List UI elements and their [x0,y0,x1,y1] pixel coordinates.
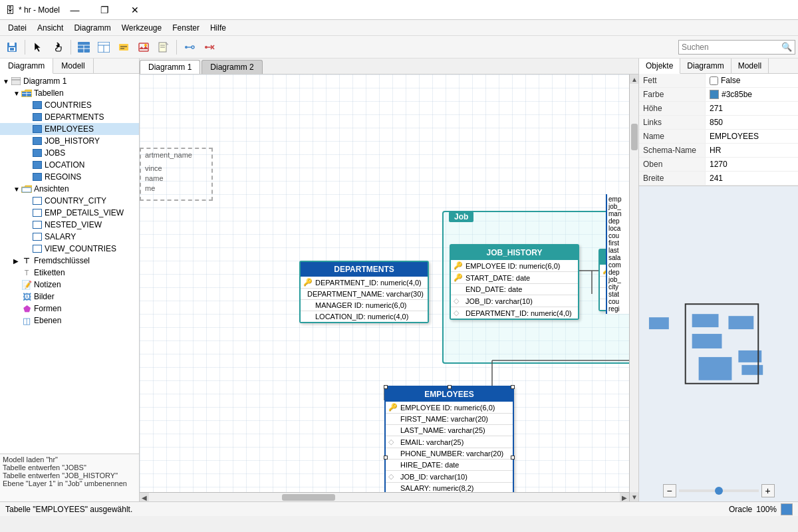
scroll-left-arrow[interactable]: ◀ [140,493,149,501]
resize-tl[interactable] [384,385,388,389]
sep3 [176,40,177,55]
vscroll-thumb[interactable] [631,124,638,150]
tree-countries[interactable]: COUNTRIES [0,99,139,111]
tree-diagram1[interactable]: ▼ Diagramm 1 [0,75,139,87]
add-view-button[interactable] [94,38,113,57]
tree-jobs[interactable]: JOBS [0,147,139,159]
hscroll-track[interactable] [149,493,620,501]
tree-nested-view[interactable]: NESTED_VIEW [0,219,139,231]
tree-departments[interactable]: DEPARTMENTS [0,111,139,123]
pk-icon-jh2: 🔑 [454,273,463,282]
tab-diagramm-right[interactable]: Diagramm [680,59,731,73]
zoom-slider-track[interactable] [679,489,759,492]
tabellen-label: Tabellen [34,88,64,98]
tab-modell[interactable]: Modell [53,59,93,73]
hscroll-thumb[interactable] [282,494,335,501]
diagramm1-tab[interactable]: Diagramm 1 [140,60,200,74]
properties-scroll[interactable]: Fett False Farbe #3c85be Höhe [639,74,798,186]
country-city-view-icon [32,196,43,205]
delete-fk-button[interactable] [200,38,219,57]
scroll-down-arrow[interactable]: ▼ [630,492,638,501]
status-db: Oracle [729,505,752,514]
etiketten-label: Etiketten [34,268,65,277]
tree-formen[interactable]: ⬟ Formen [0,303,139,315]
vscroll-track[interactable] [630,84,638,492]
tree-etiketten[interactable]: T Etiketten [0,267,139,279]
job-history-table-icon [32,136,43,146]
tree-salary[interactable]: SALARY [0,231,139,243]
close-button[interactable]: ✕ [120,0,150,20]
statusbar: Tabelle "EMPLOYEES" ausgewählt. Oracle 1… [0,501,798,516]
jh-field-4: ◇ JOB_ID: varchar(10) [451,295,578,307]
scroll-up-arrow[interactable]: ▲ [630,74,638,84]
menu-diagramm[interactable]: Diagramm [68,21,116,35]
tab-objekte[interactable]: Objekte [639,59,680,74]
hand-tool[interactable] [49,38,67,57]
menu-ansicht[interactable]: Ansicht [32,21,68,35]
tree-regoins[interactable]: REGOINS [0,171,139,183]
departments-table[interactable]: DEPARTMENTS 🔑 DEPARTMENT_ID: numeric(4,0… [299,261,429,323]
oben-value: 1270 [710,160,728,169]
diagram-canvas[interactable]: artment_name vince name me Job [140,74,629,492]
fett-checkbox[interactable] [710,76,718,85]
resize-tr[interactable] [511,385,515,389]
tab-diagramm[interactable]: Diagramm [0,59,53,74]
tree-employees[interactable]: EMPLOYEES [0,123,139,135]
horizontal-scrollbar[interactable]: ◀ ▶ [140,492,629,501]
tree-view-countries[interactable]: VIEW_COUNTRIES [0,243,139,255]
employees-table[interactable]: EMPLOYEES 🔑 EMPLOYEE ID: numeric(6,0) FI… [384,386,514,492]
zoom-slider-thumb[interactable] [715,487,723,495]
tree-emp-details[interactable]: EMP_DETAILS_VIEW [0,207,139,219]
add-fk-button[interactable] [180,38,199,57]
jh-field-2: 🔑 START_DATE: date [451,272,578,284]
add-image-button[interactable] [134,38,153,57]
scroll-right-arrow[interactable]: ▶ [620,493,629,501]
tree-fremdschluessel[interactable]: ▶ ⊤ Fremdschlüssel [0,255,139,267]
employees-header: EMPLOYEES [386,387,513,402]
diagram1-label: Diagramm 1 [23,76,66,86]
search-box[interactable]: 🔍 [678,40,795,55]
vertical-scrollbar[interactable]: ▲ ▼ [629,74,638,501]
add-label-button[interactable] [114,38,133,57]
add-note-button[interactable] [154,38,173,57]
tree-country-city[interactable]: COUNTRY_CITY [0,195,139,207]
menu-werkzeuge[interactable]: Werkzeuge [116,21,167,35]
zoom-out-button[interactable]: − [663,484,676,497]
menu-hilfe[interactable]: Hilfe [205,21,231,35]
resize-t[interactable] [448,385,452,389]
ansichten-label: Ansichten [34,184,69,194]
view-countries-label: VIEW_COUNTRIES [45,244,116,253]
tab-modell-right[interactable]: Modell [732,59,769,73]
zoom-in-button[interactable]: + [761,484,775,497]
emp-details-label: EMP_DETAILS_VIEW [45,208,124,217]
emp-field-5: PHONE_NUMBER: varchar(20) [386,448,513,460]
partial-label-2: vince [145,164,162,172]
save-button[interactable] [3,38,21,57]
resize-mr[interactable] [511,456,515,460]
tree-tabellen[interactable]: ▼ Tabellen [0,87,139,99]
job-history-table[interactable]: JOB_HISTORY 🔑 EMPLOYEE ID: numeric(6,0) … [450,244,579,320]
tree-bilder[interactable]: 🖼 Bilder [0,291,139,303]
maximize-button[interactable]: ❐ [90,0,120,20]
tree-ebenen[interactable]: ◫ Ebenen [0,315,139,327]
status-button[interactable] [781,503,793,515]
resize-ml[interactable] [384,456,388,460]
mini-map-svg [639,186,798,501]
add-table-button[interactable] [74,38,93,57]
search-input[interactable] [682,43,781,52]
tree-notizen[interactable]: 📝 Notizen [0,279,139,291]
cursor-tool[interactable] [29,38,47,57]
emp-field-1: 🔑 EMPLOYEE ID: numeric(6,0) [386,402,513,414]
minimize-button[interactable]: — [60,0,90,20]
tree-ansichten[interactable]: ▼ Ansichten [0,183,139,195]
menu-datei[interactable]: Datei [3,21,32,35]
jobs-label: JOBS [45,148,65,158]
menu-fenster[interactable]: Fenster [167,21,205,35]
farbe-swatch[interactable] [710,90,719,99]
svg-rect-12 [119,44,128,51]
app-title: * hr - Model [19,5,60,15]
diagramm2-tab[interactable]: Diagramm 2 [201,60,262,74]
salary-label: SALARY [45,232,76,241]
tree-location[interactable]: LOCATION [0,159,139,171]
tree-job-history[interactable]: JOB_HISTORY [0,135,139,147]
